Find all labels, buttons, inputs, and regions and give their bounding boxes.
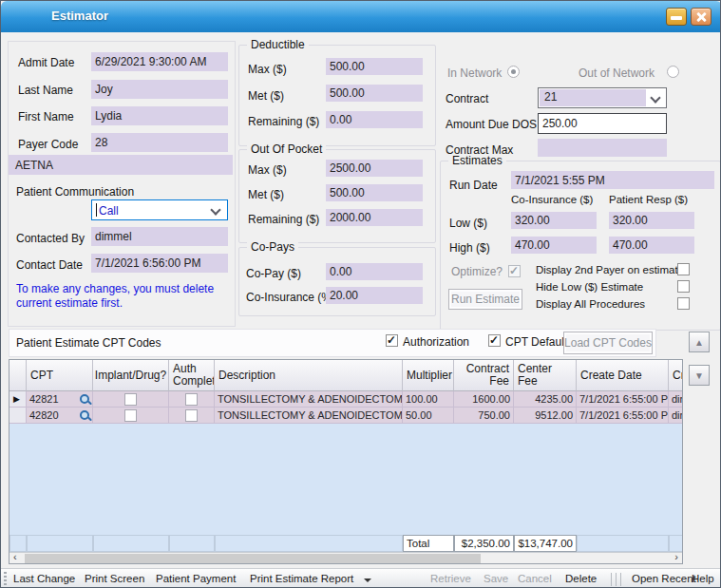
deductible-title: Deductible xyxy=(247,38,309,51)
patient-communication-value: Call xyxy=(99,204,119,218)
col-description[interactable]: Description xyxy=(215,360,403,391)
display-2nd-payer-label: Display 2nd Payer on estimate xyxy=(536,264,684,275)
implant-drug-cell[interactable] xyxy=(93,391,169,408)
col-create-date[interactable]: Create Date xyxy=(577,360,669,391)
scroll-up-button[interactable]: ▲ xyxy=(689,332,710,352)
print-estimate-report-button[interactable]: Print Estimate Report xyxy=(250,573,353,584)
minimize-button[interactable] xyxy=(666,8,687,26)
patient-payment-button[interactable]: Patient Payment xyxy=(156,573,236,584)
scrollbar-thumb[interactable] xyxy=(25,554,481,564)
admit-date-field: 6/29/2021 9:30:00 AM xyxy=(91,52,228,71)
contacted-by-label: Contacted By xyxy=(16,232,85,245)
first-name-field: Lydia xyxy=(91,106,228,125)
deductible-met-label: Met ($) xyxy=(248,89,284,103)
in-network-label: In Network xyxy=(447,66,502,80)
patient-communication-select[interactable]: Call xyxy=(91,199,228,220)
col-created-by[interactable]: Cr xyxy=(669,360,683,391)
estimates-title: Estimates xyxy=(448,154,506,167)
scroll-right-icon[interactable]: › xyxy=(674,551,678,562)
implant-drug-cell[interactable] xyxy=(93,408,169,424)
delete-button[interactable]: Delete xyxy=(565,573,597,584)
scroll-left-icon[interactable]: ‹ xyxy=(13,551,17,562)
low-co-insurance-field: 320.00 xyxy=(511,212,597,229)
deductible-remaining-label: Remaining ($) xyxy=(248,115,319,128)
estimator-window: Estimator Admit Date 6/29/2021 9:30:00 A… xyxy=(0,0,721,588)
high-patient-resp-field: 470.00 xyxy=(609,237,694,254)
auth-complete-cell[interactable] xyxy=(169,391,215,408)
auth-complete-checkbox[interactable] xyxy=(185,409,198,422)
deductible-remaining-field: 0.00 xyxy=(326,111,423,128)
co-pay-label: Co-Pay ($) xyxy=(246,267,301,280)
col-auth-complete[interactable]: Auth Complete xyxy=(169,360,215,391)
grid-horizontal-scrollbar[interactable]: ‹ › xyxy=(9,552,682,564)
toolbar-separator xyxy=(611,573,612,586)
hide-low-estimate-checkbox[interactable] xyxy=(677,280,690,293)
patient-resp-column-label: Patient Resp ($) xyxy=(609,194,688,205)
display-all-procedures-label: Display All Procedures xyxy=(536,298,645,310)
co-pay-field: 0.00 xyxy=(326,263,423,280)
retrieve-button[interactable]: Retrieve xyxy=(430,573,471,584)
print-screen-button[interactable]: Print Screen xyxy=(85,573,144,584)
auth-complete-checkbox[interactable] xyxy=(185,393,198,406)
amount-due-dos-input[interactable] xyxy=(538,113,667,134)
cpt-lookup-icon[interactable] xyxy=(79,393,91,406)
estimate-note: To make any changes, you must delete cur… xyxy=(16,282,214,311)
oop-met-label: Met ($) xyxy=(248,188,284,201)
cpt-cell: 42820 xyxy=(27,408,93,424)
cpt-row-1[interactable]: ▶ 42821 TONSILLECTOMY & ADENOIDECTOM 100… xyxy=(9,391,682,408)
last-change-button[interactable]: Last Change xyxy=(13,573,75,584)
created-by-cell: dim xyxy=(669,391,683,408)
toolbar-separator xyxy=(620,573,621,586)
multiplier-cell: 50.00 xyxy=(403,408,454,424)
load-cpt-codes-button[interactable]: Load CPT Codes xyxy=(563,332,653,354)
co-insurance-column-label: Co-Insurance ($) xyxy=(511,194,593,205)
multiplier-cell: 100.00 xyxy=(403,391,454,408)
total-label-cell: Total xyxy=(403,535,454,552)
col-implant-drug[interactable]: Implant/Drug? xyxy=(93,360,169,391)
payer-code-label: Payer Code xyxy=(18,138,78,151)
contract-select[interactable]: 21 xyxy=(538,87,667,108)
in-network-radio[interactable] xyxy=(507,66,520,78)
col-multiplier[interactable]: Multiplier xyxy=(403,360,454,391)
authorization-label: Authorization xyxy=(403,335,469,349)
scroll-down-button[interactable]: ▼ xyxy=(689,365,710,386)
display-all-procedures-checkbox[interactable] xyxy=(677,297,690,310)
co-pays-group: Co-Pays xyxy=(238,247,436,316)
hide-low-estimate-label: Hide Low ($) Estimate xyxy=(536,281,643,293)
cpt-default-checkbox[interactable] xyxy=(488,334,501,347)
save-button[interactable]: Save xyxy=(484,573,508,584)
col-contract-fee[interactable]: Contract Fee xyxy=(454,360,514,391)
open-recent-button[interactable]: Open Recent xyxy=(632,573,696,584)
cpt-default-label: CPT Default xyxy=(505,335,567,349)
col-cpt[interactable]: CPT xyxy=(27,360,93,391)
implant-drug-checkbox[interactable] xyxy=(124,409,137,422)
contacted-by-field: dimmel xyxy=(91,227,228,246)
cpt-row-2[interactable]: 42820 TONSILLECTOMY & ADENOIDECTOM 50.00… xyxy=(9,408,682,424)
co-insurance-pct-field: 20.00 xyxy=(326,287,423,304)
deductible-max-field: 500.00 xyxy=(326,58,423,75)
run-estimate-button[interactable]: Run Estimate xyxy=(448,289,522,310)
auth-complete-cell[interactable] xyxy=(169,408,215,424)
amount-due-dos-label: Amount Due DOS xyxy=(446,118,537,131)
col-center-fee[interactable]: Center Fee xyxy=(514,360,577,391)
grid-selector-header xyxy=(9,360,27,391)
description-cell: TONSILLECTOMY & ADENOIDECTOM xyxy=(215,391,403,408)
optimize-checkbox[interactable] xyxy=(508,265,521,277)
oop-remaining-field: 2000.00 xyxy=(326,209,423,226)
cpt-lookup-icon[interactable] xyxy=(79,409,91,422)
run-date-label: Run Date xyxy=(449,179,498,192)
description-cell: TONSILLECTOMY & ADENOIDECTOM xyxy=(215,408,403,424)
implant-drug-checkbox[interactable] xyxy=(124,393,137,406)
help-button[interactable]: Help xyxy=(692,573,714,584)
out-of-network-label: Out of Network xyxy=(579,66,655,80)
contract-max-field xyxy=(538,139,667,157)
display-2nd-payer-checkbox[interactable] xyxy=(677,263,690,275)
first-name-label: First Name xyxy=(18,110,74,123)
out-of-network-radio[interactable] xyxy=(667,66,679,78)
oop-max-label: Max ($) xyxy=(248,163,287,177)
contract-fee-cell: 1600.00 xyxy=(454,391,514,408)
cancel-button[interactable]: Cancel xyxy=(518,573,552,584)
close-button[interactable] xyxy=(691,8,712,26)
authorization-checkbox[interactable] xyxy=(386,334,398,347)
last-name-label: Last Name xyxy=(18,84,73,97)
